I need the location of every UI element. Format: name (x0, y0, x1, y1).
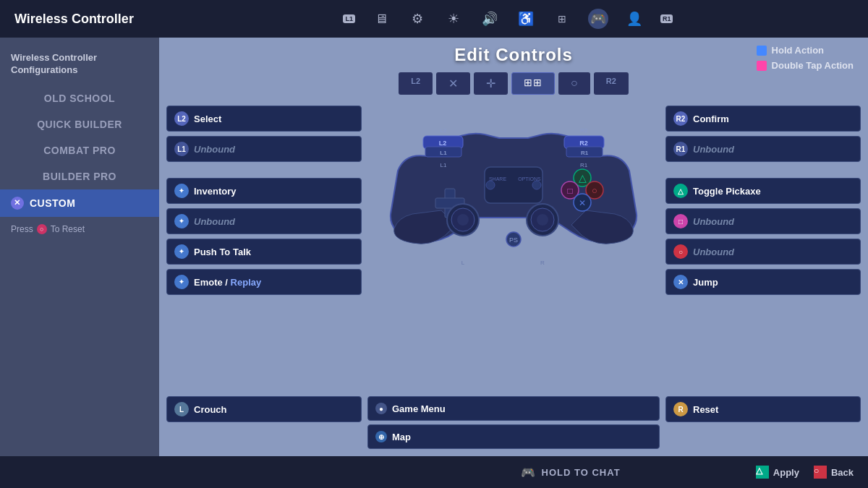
controller-area: L2 Select L1 Unbound ✦ Inventory ✦ Unbou… (159, 98, 868, 393)
sidebar-item-builder-pro[interactable]: BUILDER PRO (0, 163, 159, 189)
apply-action[interactable]: △ Apply (756, 466, 799, 479)
bottom-right-controls: R Reset (665, 396, 861, 449)
svg-point-30 (532, 181, 541, 189)
nav-icon-group: L1 🖥 ⚙ ☀ 🔊 ♿ ⊞ 🎮 👤 R1 (163, 9, 854, 29)
apply-triangle-icon: △ (756, 466, 769, 479)
sidebar-configs-label: Wireless Controller Configurations (0, 52, 159, 85)
ctrl-triangle-toggle-pickaxe[interactable]: △ Toggle Pickaxe (665, 178, 861, 204)
sidebar-item-old-school[interactable]: OLD SCHOOL (0, 85, 159, 111)
dpad-emote-badge: ✦ (174, 275, 189, 289)
right-controls: R2 Confirm R1 Unbound △ Toggle Pickaxe □… (665, 98, 861, 295)
game-menu-badge: ● (375, 403, 387, 414)
gear-icon[interactable]: ⚙ (407, 9, 427, 29)
ctrl-l2-select[interactable]: L2 Select (166, 106, 362, 132)
bottom-bar-right: △ Apply ○ Back (756, 466, 854, 479)
r1-ctrl-badge: R1 (673, 142, 688, 156)
reset-circle-icon: ○ (37, 224, 47, 234)
map-badge: ⊕ (375, 431, 387, 442)
svg-point-15 (457, 214, 469, 226)
svg-text:✕: ✕ (579, 198, 586, 208)
svg-text:R2: R2 (579, 140, 588, 147)
sidebar-item-custom[interactable]: ✕ CUSTOM (0, 189, 159, 217)
bottom-left-controls: L Crouch (166, 396, 362, 449)
dpad-unbound-badge: ✦ (174, 214, 189, 228)
controller-icon[interactable]: 🎮 (588, 9, 608, 29)
ctrl-r-reset[interactable]: R Reset (665, 396, 861, 422)
svg-text:L: L (461, 260, 465, 266)
brightness-icon[interactable]: ☀ (443, 9, 464, 29)
r-stick-badge: R (673, 402, 688, 416)
ctrl-game-menu[interactable]: ● Game Menu (367, 396, 660, 421)
left-controls: L2 Select L1 Unbound ✦ Inventory ✦ Unbou… (166, 98, 362, 295)
tab-grid[interactable]: ⊞⊞ (511, 72, 555, 95)
volume-icon[interactable]: 🔊 (480, 9, 500, 29)
bottom-center-controls: ● Game Menu ⊕ Map (367, 396, 660, 449)
back-circle-icon: ○ (814, 466, 827, 479)
svg-text:R: R (540, 260, 545, 266)
ctrl-l1-unbound[interactable]: L1 Unbound (166, 136, 362, 162)
monitor-icon[interactable]: 🖥 (371, 9, 391, 29)
svg-point-29 (486, 181, 495, 189)
legend-dot-blue (757, 46, 767, 56)
r2-badge: R2 (673, 111, 688, 126)
ctrl-square-unbound[interactable]: □ Unbound (665, 208, 861, 234)
custom-x-icon: ✕ (11, 197, 24, 210)
svg-text:R1: R1 (580, 162, 588, 168)
l2-badge: L2 (174, 111, 189, 126)
triangle-badge: △ (673, 184, 688, 198)
controller-small-icon: 🎮 (521, 466, 536, 479)
svg-text:PS: PS (509, 236, 518, 244)
app-title: Wireless Controller (14, 12, 134, 27)
square-badge: □ (673, 214, 688, 228)
l1-ctrl-badge: L1 (174, 142, 189, 156)
user-icon[interactable]: 👤 (624, 9, 644, 29)
cross-badge: ✕ (673, 275, 688, 289)
svg-text:L1: L1 (441, 162, 447, 168)
legend-double-tap-action: Double Tap Action (757, 60, 854, 71)
legend-dot-pink (757, 61, 767, 71)
tab-circle[interactable]: ○ (558, 72, 590, 95)
ctrl-map[interactable]: ⊕ Map (367, 424, 660, 449)
tab-cross[interactable]: ✕ (436, 72, 470, 95)
sidebar-item-quick-builder[interactable]: QUICK BUILDER (0, 111, 159, 137)
network-icon[interactable]: ⊞ (552, 9, 572, 29)
sidebar-reset-hint: Press ○ To Reset (0, 217, 159, 241)
ctrl-l-crouch[interactable]: L Crouch (166, 396, 362, 422)
accessibility-icon[interactable]: ♿ (516, 9, 536, 29)
main-content: Wireless Controller Configurations OLD S… (0, 38, 868, 456)
back-action[interactable]: ○ Back (814, 466, 854, 479)
controller-visual: L2 R2 L1 R1 SHARE OPTIONS (369, 98, 658, 272)
ctrl-circle-unbound[interactable]: ○ Unbound (665, 239, 861, 265)
svg-text:R1: R1 (581, 150, 589, 156)
center-panel: Edit Controls Hold Action Double Tap Act… (159, 38, 868, 456)
ctrl-dpad-push-to-talk[interactable]: ✦ Push To Talk (166, 239, 362, 265)
ctrl-cross-jump[interactable]: ✕ Jump (665, 269, 861, 295)
bottom-bar-center: 🎮 HOLD TO CHAT (385, 466, 755, 479)
tab-bar: L2 ✕ ✛ ⊞⊞ ○ R2 (399, 72, 629, 95)
svg-text:L1: L1 (440, 150, 447, 156)
ctrl-r2-confirm[interactable]: R2 Confirm (665, 106, 861, 132)
svg-text:△: △ (579, 172, 587, 184)
hold-to-chat-label: HOLD TO CHAT (542, 467, 621, 478)
svg-text:□: □ (567, 186, 572, 196)
sidebar-item-combat-pro[interactable]: COMBAT PRO (0, 137, 159, 163)
ctrl-dpad-unbound[interactable]: ✦ Unbound (166, 208, 362, 234)
r1-badge[interactable]: R1 (660, 14, 673, 23)
ctrl-dpad-emote[interactable]: ✦ Emote / Replay (166, 269, 362, 295)
l1-badge[interactable]: L1 (343, 14, 355, 23)
svg-point-19 (537, 214, 548, 226)
tab-r2[interactable]: R2 (594, 72, 629, 95)
page-title: Edit Controls (454, 45, 573, 65)
ctrl-r1-unbound[interactable]: R1 Unbound (665, 136, 861, 162)
circle-badge: ○ (673, 244, 688, 259)
tab-dpad[interactable]: ✛ (474, 72, 508, 95)
tab-l2[interactable]: L2 (399, 72, 433, 95)
bottom-bar: 🎮 HOLD TO CHAT △ Apply ○ Back (0, 456, 868, 488)
sidebar: Wireless Controller Configurations OLD S… (0, 38, 159, 456)
dpad-talk-badge: ✦ (174, 244, 189, 259)
legend-hold-action: Hold Action (757, 45, 854, 56)
l-stick-badge: L (174, 402, 189, 416)
ctrl-dpad-inventory[interactable]: ✦ Inventory (166, 178, 362, 204)
controller-svg: L2 R2 L1 R1 SHARE OPTIONS (383, 98, 644, 272)
dpad-inventory-badge: ✦ (174, 184, 189, 198)
